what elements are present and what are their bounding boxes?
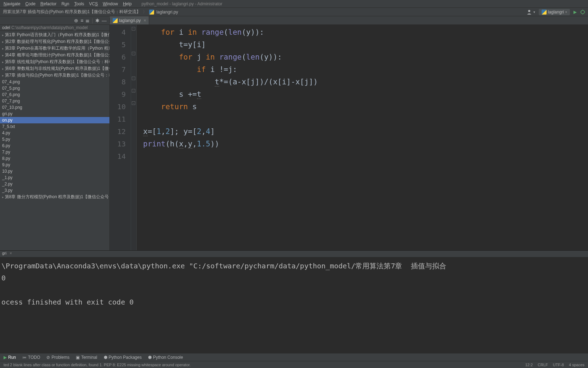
window-title: python_model - laglangri.py - Administra… bbox=[142, 1, 222, 6]
tree-folder[interactable]: 第8章 微分方程模型(Python 程序及数据)1【微信公众号：科研交流】 bbox=[0, 194, 109, 200]
line-gutter[interactable]: 4567891011121314 bbox=[110, 25, 131, 250]
chevron-down-icon: ▾ bbox=[565, 10, 567, 14]
project-tree[interactable]: odel C:\software\pycharm\data\python_mod… bbox=[0, 25, 110, 250]
run-config-selector[interactable]: laglangri ▾ bbox=[539, 9, 570, 15]
tree-file[interactable]: 6.py bbox=[0, 143, 109, 149]
status-encoding[interactable]: UTF-8 bbox=[553, 363, 564, 367]
project-toolbar: ⊕ ≡ ≣ | ✱ — bbox=[0, 18, 110, 23]
tree-file[interactable]: 7.py bbox=[0, 149, 109, 155]
tree-file[interactable]: 07_5.png bbox=[0, 85, 109, 91]
tree-file[interactable]: 5.py bbox=[0, 136, 109, 143]
tree-file[interactable]: _2.py bbox=[0, 181, 109, 187]
run-config-name: laglangri bbox=[548, 10, 564, 15]
tree-file[interactable]: 07_7.png bbox=[0, 98, 109, 104]
terminal-icon: ▣ bbox=[76, 355, 80, 360]
run-tab-label: gri bbox=[2, 251, 6, 255]
status-line-sep[interactable]: CRLF bbox=[538, 363, 548, 367]
breadcrumb-sep-icon: 〉 bbox=[143, 9, 147, 15]
hide-icon[interactable]: — bbox=[102, 18, 107, 23]
navbar: 用算法第7章 插值与拟合(Python 程序及数据)1【微信公众号：科研交流】 … bbox=[0, 8, 588, 16]
fold-gutter[interactable]: − − − ⌄ ⌄ bbox=[131, 25, 137, 250]
tree-file[interactable]: gri.py bbox=[0, 111, 109, 117]
run-tool-window: gri × \ProgramData\Anaconda3\envs\data\p… bbox=[0, 250, 588, 353]
fold-icon[interactable]: − bbox=[132, 77, 135, 80]
close-run-tab-icon[interactable]: × bbox=[10, 251, 12, 255]
tree-file[interactable]: 10.py bbox=[0, 168, 109, 174]
menu-vcs[interactable]: VCS bbox=[87, 1, 100, 7]
todo-icon: ≔ bbox=[22, 355, 27, 360]
tree-folder[interactable]: 第2章 数据处理与可视化(Python 程序及数据)1【微信公众号：科研 bbox=[0, 38, 109, 45]
project-root[interactable]: odel C:\software\pycharm\data\python_mod… bbox=[0, 25, 109, 31]
debug-button[interactable] bbox=[580, 9, 585, 15]
menu-code[interactable]: Code bbox=[23, 1, 38, 7]
fold-icon[interactable]: ⌄ bbox=[132, 101, 135, 105]
editor-tab-label: laglangri.py bbox=[119, 18, 141, 23]
tool-run[interactable]: ▶Run bbox=[4, 355, 16, 360]
tree-file[interactable]: _1.py bbox=[0, 174, 109, 181]
tree-file[interactable]: 4.py bbox=[0, 130, 109, 136]
tree-folder[interactable]: 第3章 Python在高等数学和工程数学的应用（Python 程序及数据)1【 bbox=[0, 45, 109, 52]
run-tab-header[interactable]: gri × bbox=[0, 251, 588, 257]
editor-tab[interactable]: laglangri.py × bbox=[110, 16, 149, 24]
fold-icon[interactable]: ⌄ bbox=[132, 89, 135, 93]
tool-problems[interactable]: ⊘Problems bbox=[46, 355, 69, 360]
bottom-toolbar: ▶Run ≔TODO ⊘Problems ▣Terminal ⬢Python P… bbox=[0, 353, 588, 361]
python-icon bbox=[542, 10, 547, 15]
code-area[interactable]: for i in range(len(y)): t=y[i] for j in … bbox=[137, 25, 588, 250]
tree-file[interactable]: 7_5.txt bbox=[0, 123, 109, 130]
tree-file[interactable]: 07_10.png bbox=[0, 104, 109, 111]
fold-icon[interactable]: − bbox=[132, 27, 135, 30]
menu-tools[interactable]: Tools bbox=[72, 1, 86, 7]
tree-file[interactable]: 9.py bbox=[0, 162, 109, 168]
run-button[interactable]: ▶ bbox=[573, 10, 577, 15]
packages-icon: ⬢ bbox=[104, 355, 107, 360]
breadcrumb[interactable]: 用算法第7章 插值与拟合(Python 程序及数据)1【微信公众号：科研交流】 … bbox=[3, 9, 526, 15]
python-console-icon: ⬢ bbox=[148, 355, 152, 360]
status-message: ted 2 blank lines after class or functio… bbox=[4, 363, 525, 367]
tree-file[interactable]: on.py bbox=[0, 117, 109, 123]
problems-icon: ⊘ bbox=[46, 355, 50, 360]
status-position[interactable]: 12:2 bbox=[525, 363, 533, 367]
play-icon: ▶ bbox=[4, 355, 7, 360]
menu-refactor[interactable]: Refactor bbox=[38, 1, 58, 7]
menu-navigate[interactable]: Navigate bbox=[1, 1, 22, 7]
tree-file[interactable]: 07_6.png bbox=[0, 91, 109, 98]
settings-icon[interactable]: ✱ bbox=[95, 18, 100, 23]
svg-point-0 bbox=[528, 10, 530, 12]
expand-all-icon[interactable]: ≡ bbox=[80, 18, 83, 23]
collapse-all-icon[interactable]: ≣ bbox=[85, 18, 90, 23]
menu-window[interactable]: Window bbox=[101, 1, 120, 7]
console-output[interactable]: \ProgramData\Anaconda3\envs\data\python.… bbox=[0, 257, 588, 353]
tool-terminal[interactable]: ▣Terminal bbox=[76, 355, 97, 360]
breadcrumb-file[interactable]: laglangri.py bbox=[156, 10, 178, 15]
tree-folder[interactable]: 第6章 整数规划与非线性规划(Python 程序及数据)1【微信公众号：科研 bbox=[0, 65, 109, 72]
fold-icon[interactable]: − bbox=[132, 52, 135, 55]
tool-python-console[interactable]: ⬢Python Console bbox=[148, 355, 183, 360]
tree-file[interactable]: 07_4.png bbox=[0, 79, 109, 85]
tree-folder[interactable]: 第7章 插值与拟合(Python 程序及数据)1【微信公众号：科研交流】 bbox=[0, 72, 109, 79]
python-file-icon bbox=[149, 10, 154, 15]
statusbar: ted 2 blank lines after class or functio… bbox=[0, 361, 588, 368]
tree-folder[interactable]: 第5章 线性规划(Python 程序及数据)1【微信公众号：科研交流】 bbox=[0, 58, 109, 65]
status-indent[interactable]: 4 spaces bbox=[569, 363, 584, 367]
menu-run[interactable]: Run bbox=[59, 1, 71, 7]
user-icon[interactable]: ▾ bbox=[526, 9, 535, 15]
svg-point-1 bbox=[581, 10, 584, 14]
breadcrumb-folder[interactable]: 用算法第7章 插值与拟合(Python 程序及数据)1【微信公众号：科研交流】 bbox=[3, 9, 141, 15]
python-file-icon bbox=[113, 18, 118, 23]
tool-todo[interactable]: ≔TODO bbox=[22, 355, 40, 360]
menu-help[interactable]: Help bbox=[121, 1, 134, 7]
menubar: Navigate Code Refactor Run Tools VCS Win… bbox=[0, 0, 588, 8]
toolbar-row: ⊕ ≡ ≣ | ✱ — laglangri.py × bbox=[0, 16, 588, 25]
tree-folder[interactable]: 第1章 Python语言快速入门（Python 程序及数据)1【微信公众号：科 bbox=[0, 32, 109, 38]
tool-packages[interactable]: ⬢Python Packages bbox=[104, 355, 142, 360]
editor[interactable]: 4567891011121314 − − − ⌄ ⌄ for i in rang… bbox=[110, 25, 588, 250]
tree-file[interactable]: 8.py bbox=[0, 155, 109, 162]
tree-folder[interactable]: 第4章 概率论与数理统计(Python 程序及数据)1【微信公众号：科研 bbox=[0, 52, 109, 58]
close-tab-icon[interactable]: × bbox=[143, 18, 146, 23]
locate-icon[interactable]: ⊕ bbox=[74, 18, 78, 23]
tree-file[interactable]: _3.py bbox=[0, 187, 109, 194]
